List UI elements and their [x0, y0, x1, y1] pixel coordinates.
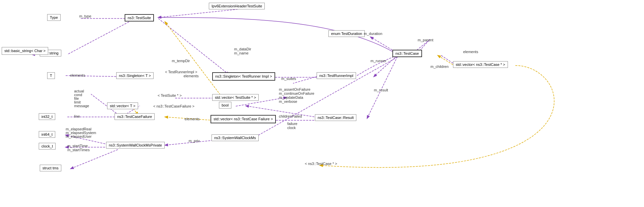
svg-line-3	[67, 22, 129, 54]
svg-line-21	[158, 18, 229, 75]
node-vectorT: std::vector< T >	[107, 102, 138, 109]
node-testRunnerImpl: ns3::TestRunnerImpl	[317, 72, 356, 79]
label-mduration: m_duration	[364, 32, 382, 36]
label-testcasefailure-ptr: < ns3::TestCaseFailure >	[153, 104, 194, 108]
node-T: T	[47, 72, 55, 79]
svg-line-17	[253, 57, 397, 138]
node-stdvecTestCasePtr: std::vector< ns3::TestCase * >	[453, 61, 508, 68]
node-clockt: clock_t	[39, 143, 56, 150]
node-stdvecTestSuite: std::vector< TestSuite * >	[212, 94, 259, 101]
label-mupdate: m_updateData	[279, 95, 303, 99]
label-failure: failure	[287, 122, 297, 126]
label-mverbose: m_verbose	[279, 99, 297, 104]
node-stdvecTestCaseFailure: std::vector< ns3::TestCase Failure >	[211, 115, 276, 123]
node-testCaseResult: ns3::TestCase::Result	[315, 114, 356, 121]
node-sysWallPrivate: ns3::SystemWallClockMsPrivate	[106, 142, 165, 149]
node-enumTestDuration: enum TestDuration	[328, 30, 365, 37]
diagram-container: Ipv6ExtensionHeaderTestSuite Type ns3::T…	[0, 0, 644, 207]
label-elements2: elements	[185, 117, 200, 121]
node-stdbasic: std::basic_string< Char >	[2, 47, 48, 55]
label-massert: m_assertOnFailure	[279, 87, 311, 91]
node-int64t: int64_t	[39, 131, 55, 138]
label-mresult: m_result	[374, 88, 388, 92]
node-ipv6ext: Ipv6ExtensionHeaderTestSuite	[209, 3, 265, 9]
node-testSuite: ns3::TestSuite	[125, 14, 154, 22]
label-mparent: m_parent	[418, 38, 433, 42]
node-structtms: struct tms	[40, 165, 61, 171]
node-type: Type	[47, 14, 61, 21]
label-mrunner: m_runner	[371, 59, 386, 63]
label-mtempdir: m_tempDir	[172, 59, 190, 63]
label-mdatadir: m_dataDir	[234, 47, 251, 51]
label-clock: clock	[287, 126, 296, 130]
label-message: message	[74, 104, 89, 108]
node-sysWallMs: ns3::SystemWallClockMs	[212, 134, 259, 141]
node-testCase: ns3::TestCase	[392, 50, 422, 57]
label-elements1: elements	[184, 74, 199, 78]
node-singletonT: ns3::Singleton< T >	[116, 72, 154, 79]
node-int32t: int32_t	[39, 113, 55, 120]
label-testrunnerimpl: < TestRunnerImpl >	[165, 70, 197, 74]
label-mchildren: m_children	[430, 65, 449, 69]
label-msuites: m_suites	[281, 77, 296, 81]
node-singletonTestRunner: ns3::Singleton< TestRunner Impl >	[212, 72, 275, 81]
label-testcase-ptr: < ns3::TestCase * >	[305, 162, 337, 166]
label-mstarttimes: m_startTimes	[67, 148, 90, 152]
label-mstarttime: m_startTime	[67, 144, 88, 148]
node-bool: bool	[219, 102, 231, 109]
label-mpriv: m_priv	[189, 139, 200, 143]
label-mtype: m_type	[79, 14, 91, 18]
svg-line-13	[367, 56, 397, 118]
label-melapseduser: m_elapsedUser	[66, 134, 92, 138]
label-line: line	[74, 114, 80, 118]
arrows-svg	[0, 0, 644, 207]
node-testCaseFailure: ns3::TestCaseFailure	[115, 113, 155, 120]
label-mname: m_name	[234, 51, 249, 55]
label-mcontinue: m_continueOnFailure	[279, 91, 314, 95]
label-elements4: elements	[463, 50, 478, 54]
label-elements3: elements	[70, 73, 85, 77]
label-childrenfailed: childrenFailed	[279, 114, 302, 118]
svg-line-20	[71, 150, 118, 169]
label-testsuite-ptr: < TestSuite * >	[158, 93, 182, 97]
